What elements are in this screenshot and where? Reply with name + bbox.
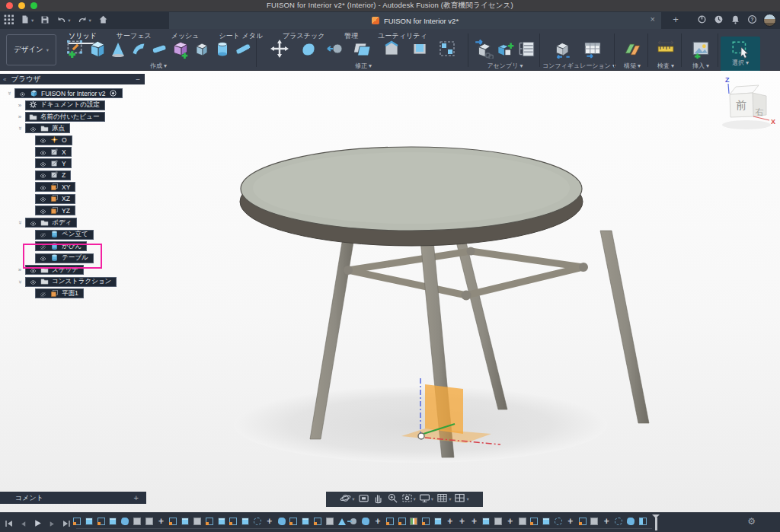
- timeline-feature-sketch[interactable]: [385, 517, 395, 526]
- timeline-feature-body[interactable]: [542, 517, 551, 526]
- viewports-tool[interactable]: ▾: [454, 492, 468, 507]
- timeline-feature-move[interactable]: +: [458, 517, 467, 526]
- timeline-feature-gray[interactable]: [590, 517, 599, 526]
- timeline-feature-body[interactable]: [108, 517, 117, 526]
- chevron-collapsed-icon[interactable]: »: [17, 113, 23, 120]
- timeline-feature-body[interactable]: [241, 517, 250, 526]
- new-component-button[interactable]: [474, 39, 494, 62]
- browser-row-X[interactable]: X: [27, 147, 72, 157]
- timeline-feature-gray[interactable]: [133, 517, 142, 526]
- toolbar-group-label[interactable]: 検査 ▾: [651, 62, 681, 70]
- display-settings-tool[interactable]: ▾: [419, 492, 433, 507]
- timeline-feature-move[interactable]: +: [373, 517, 382, 526]
- close-window-button[interactable]: [6, 2, 13, 9]
- timeline-feature-sketch[interactable]: [578, 517, 587, 526]
- tree-node[interactable]: ボディ: [25, 218, 77, 228]
- toolbar-group-label[interactable]: 構築 ▾: [617, 62, 647, 70]
- timeline-feature-move[interactable]: +: [602, 517, 611, 526]
- timeline-feature-mirror[interactable]: [638, 517, 647, 526]
- tree-node[interactable]: O: [35, 135, 72, 145]
- timeline-feature-move[interactable]: +: [446, 517, 455, 526]
- timeline-feature-move[interactable]: +: [469, 517, 478, 526]
- timeline-feature-body[interactable]: [217, 517, 226, 526]
- activate-component-radio-icon[interactable]: [109, 87, 117, 100]
- timeline-feature-sketch[interactable]: [313, 517, 322, 526]
- user-avatar[interactable]: [763, 14, 776, 27]
- timeline-feature-body[interactable]: [181, 517, 190, 526]
- browser-row-YZ[interactable]: YZ: [27, 205, 75, 215]
- timeline-feature-sketch[interactable]: [529, 517, 539, 526]
- sweep-button[interactable]: [129, 40, 148, 61]
- browser-row-XZ[interactable]: XZ: [27, 194, 75, 204]
- timeline-feature-form[interactable]: [277, 517, 286, 526]
- create-sketch-button[interactable]: [65, 39, 85, 62]
- pipe-button[interactable]: [150, 40, 168, 61]
- toolbar-group-label[interactable]: 選択 ▾: [721, 59, 760, 67]
- toolbar-group-label[interactable]: 挿入 ▾: [684, 62, 718, 70]
- toolbar-group-label[interactable]: 作成 ▾: [62, 62, 254, 70]
- minimize-window-button[interactable]: [18, 2, 25, 9]
- timeline-feature-sketch[interactable]: [398, 517, 407, 526]
- visibility-eye-icon[interactable]: [18, 87, 27, 100]
- notifications-bell-icon[interactable]: [730, 14, 740, 27]
- workspace-selector-button[interactable]: デザイン ▾: [6, 34, 56, 65]
- browser-row-コンストラクション[interactable]: »コンストラクション: [17, 277, 117, 287]
- timeline-feature-form[interactable]: [361, 517, 370, 526]
- playback-play-button[interactable]: [33, 518, 43, 531]
- timeline-feature-sketch[interactable]: [289, 517, 298, 526]
- model-viewport[interactable]: 前 右 Z X: [0, 71, 780, 512]
- timeline-feature-sketch[interactable]: [72, 517, 82, 526]
- tree-node[interactable]: Y: [35, 158, 72, 168]
- tree-node[interactable]: FUISON for Interior v2: [14, 88, 123, 98]
- visibility-eye-icon[interactable]: [29, 275, 37, 288]
- zoom-tool[interactable]: [387, 492, 398, 507]
- chevron-expanded-icon[interactable]: »: [17, 126, 24, 132]
- construction-plane-button[interactable]: [623, 40, 641, 61]
- chevron-expanded-icon[interactable]: »: [6, 91, 13, 97]
- timeline-feature-move[interactable]: +: [157, 517, 166, 526]
- timeline-feature-form[interactable]: [120, 517, 129, 526]
- browser-row-FUISON for Interior v2[interactable]: »FUISON for Interior v2: [6, 88, 123, 98]
- table-3d-model[interactable]: [0, 71, 780, 512]
- tree-node[interactable]: XZ: [35, 194, 75, 204]
- insert-canvas-button[interactable]: [691, 39, 711, 62]
- timeline-playhead[interactable]: [652, 514, 660, 530]
- timeline-feature-move[interactable]: +: [265, 517, 274, 526]
- undo-icon[interactable]: ▾: [56, 14, 70, 27]
- browser-row-ペン立て[interactable]: ペン立て: [27, 230, 94, 240]
- timeline-feature-sketch[interactable]: [168, 517, 177, 526]
- chevron-expanded-icon[interactable]: »: [17, 279, 24, 285]
- toolbar-group-label[interactable]: コンフィギュレーション ▾: [542, 62, 612, 70]
- timeline-feature-gray[interactable]: [193, 517, 202, 526]
- visibility-eye-icon[interactable]: [29, 216, 37, 230]
- timeline-feature-triangle[interactable]: [337, 517, 347, 526]
- browser-row-Z[interactable]: Z: [27, 170, 71, 180]
- timeline-feature-move[interactable]: +: [566, 517, 575, 526]
- orbit-tool[interactable]: ▾: [340, 492, 354, 507]
- save-icon[interactable]: [40, 14, 50, 27]
- look-at-tool[interactable]: [358, 492, 369, 507]
- chamfer-button[interactable]: [382, 40, 401, 61]
- tree-node[interactable]: Z: [35, 170, 71, 180]
- tree-node[interactable]: 名前の付いたビュー: [25, 112, 105, 122]
- timeline-feature-form[interactable]: [626, 517, 635, 526]
- split-body-button[interactable]: [354, 40, 372, 61]
- configuration-table-button[interactable]: [583, 39, 603, 62]
- timeline-feature-body[interactable]: [301, 517, 310, 526]
- grid-tool[interactable]: ▾: [436, 492, 451, 507]
- playback-skip-start-button[interactable]: [5, 518, 14, 531]
- tree-node[interactable]: 平面1: [35, 288, 84, 298]
- pattern-button[interactable]: [438, 40, 456, 61]
- timeline-feature-gray[interactable]: [325, 517, 334, 526]
- select-button[interactable]: [730, 39, 750, 62]
- help-icon[interactable]: ?: [747, 14, 757, 27]
- job-status-icon[interactable]: [714, 14, 724, 27]
- create-form-button[interactable]: [171, 39, 190, 62]
- timeline-feature-sketch[interactable]: [205, 517, 214, 526]
- configure-button[interactable]: [552, 39, 572, 62]
- browser-row-XY[interactable]: XY: [27, 182, 75, 192]
- timeline-feature-sketch[interactable]: [97, 517, 106, 526]
- browser-row-平面1[interactable]: 平面1: [27, 288, 84, 298]
- playback-step-forward-button[interactable]: [48, 518, 56, 531]
- chevron-expanded-icon[interactable]: »: [17, 220, 24, 226]
